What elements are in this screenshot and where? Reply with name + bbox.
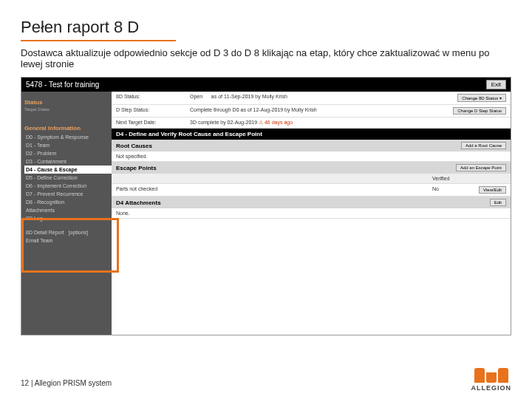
- dstep-status-value: Complete through D0 as of 12-Aug-2019 by…: [190, 107, 453, 115]
- sidebar-item-d2[interactable]: D2 - Problem: [24, 149, 112, 157]
- d4-title: D4 - Define and Verify Root Cause and Es…: [116, 131, 262, 137]
- d4-section-header: D4 - Define and Verify Root Cause and Es…: [112, 129, 511, 140]
- sidebar-item-email[interactable]: Email Team: [24, 236, 112, 245]
- next-target-label: Next Target Date:: [116, 120, 190, 126]
- escape-col-blank: [116, 176, 432, 181]
- add-root-cause-button[interactable]: Add a Root Cause: [461, 142, 506, 149]
- logo-text: ALLEGION: [471, 384, 512, 392]
- dstep-status-label: D Step Status:: [116, 107, 190, 115]
- verified-header: Verified: [432, 176, 469, 181]
- change-dstep-status-button[interactable]: Change D Step Status: [453, 107, 506, 115]
- edit-attachments-button[interactable]: Edit: [490, 199, 506, 206]
- escape-row-verified: No: [432, 186, 469, 194]
- sidebar: Status Target Dates General Information …: [21, 92, 112, 335]
- page-description: Dostawca aktualizuje odpowiednio sekcje …: [21, 47, 511, 69]
- escape-points-label: Escape Points: [116, 165, 157, 171]
- add-escape-point-button[interactable]: Add an Escape Point: [456, 164, 506, 171]
- sidebar-report-label: 8D Detail Report: [26, 230, 64, 235]
- page-title: Pełen raport 8 D: [21, 18, 176, 41]
- sidebar-item-d5[interactable]: D5 - Define Correction: [24, 174, 112, 182]
- sidebar-item-d8[interactable]: D8 - Recognition: [24, 198, 112, 206]
- logo-icon: [471, 368, 512, 383]
- sidebar-item-d6[interactable]: D6 - Implement Correction: [24, 182, 112, 190]
- bd-status-label: 8D Status:: [116, 94, 190, 102]
- next-target-value: 3D complete by 02-Aug-2019: [190, 120, 257, 125]
- attachments-value: None.: [116, 211, 506, 216]
- sidebar-status-sub: Target Dates: [24, 107, 112, 112]
- sidebar-item-d7[interactable]: D7 - Prevent Recurrence: [24, 190, 112, 198]
- app-window: 5478 - Test for training Exit Status Tar…: [21, 77, 511, 335]
- window-title: 5478 - Test for training: [26, 81, 99, 89]
- sidebar-options-label[interactable]: [options]: [69, 230, 88, 235]
- d4-attachments-header: D4 Attachments Edit: [112, 197, 511, 208]
- root-cause-value: Not specified.: [116, 154, 506, 159]
- sidebar-item-d3[interactable]: D3 - Containment: [24, 157, 112, 166]
- sidebar-item-attachments[interactable]: Attachments: [24, 206, 112, 214]
- sidebar-status-heading: Status: [24, 99, 112, 106]
- escape-points-header: Escape Points Add an Escape Point: [112, 162, 511, 174]
- warning-text: ⚠ 46 days ago: [259, 120, 293, 125]
- sidebar-item-d0[interactable]: D0 - Symptom & Response: [24, 133, 112, 141]
- sidebar-item-d1[interactable]: D1 - Team: [24, 141, 112, 149]
- root-causes-header: Root Causes Add a Root Cause: [112, 140, 511, 151]
- sidebar-item-report[interactable]: 8D Detail Report [options]: [24, 228, 112, 236]
- sidebar-item-log[interactable]: 8D Log: [24, 214, 112, 222]
- root-causes-label: Root Causes: [116, 143, 152, 149]
- allegion-logo: ALLEGION: [471, 368, 512, 392]
- slide-footer: 12 | Allegion PRISM system: [21, 379, 112, 387]
- sidebar-item-d4[interactable]: D4 - Cause & Escape: [24, 166, 112, 174]
- main-panel: 8D Status: Open as of 11-Sep-2019 by Mol…: [112, 92, 511, 335]
- change-bd-status-button[interactable]: Change 8D Status ▾: [457, 94, 506, 102]
- app-header: 5478 - Test for training Exit: [21, 78, 511, 92]
- bd-status-by: as of 11-Sep-2019 by Molly Krish: [211, 94, 287, 99]
- bd-status-value: Open: [190, 94, 202, 99]
- sidebar-general-heading: General Information: [24, 125, 112, 132]
- view-edit-button[interactable]: View/Edit: [479, 186, 506, 194]
- d4-attachments-label: D4 Attachments: [116, 200, 161, 206]
- exit-button[interactable]: Exit: [486, 80, 506, 89]
- escape-row-desc: Parts not checked: [116, 186, 432, 194]
